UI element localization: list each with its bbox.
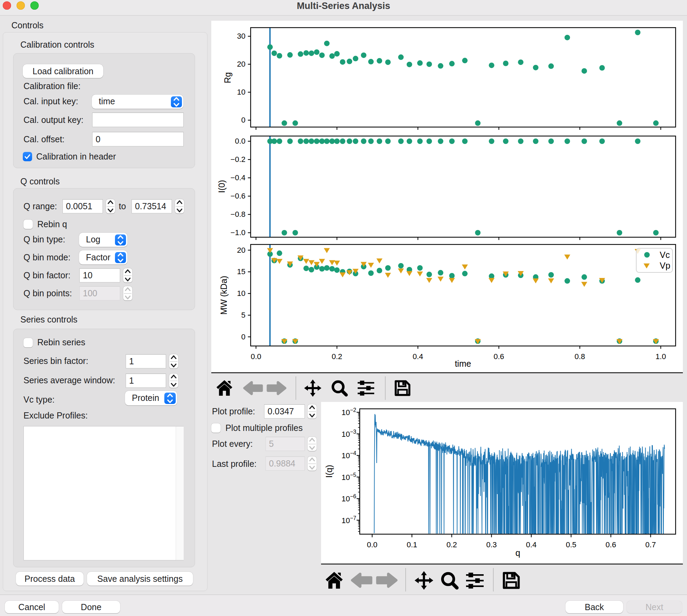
svg-text:30: 30: [237, 32, 245, 40]
svg-text:I(0): I(0): [217, 180, 226, 193]
svg-text:Vc: Vc: [660, 250, 670, 260]
svg-text:−0.8: −0.8: [231, 210, 245, 219]
svg-text:0.4: 0.4: [526, 540, 537, 549]
svg-text:−0.4: −0.4: [231, 173, 245, 182]
svg-text:I(q): I(q): [324, 465, 334, 478]
svg-text:0.6: 0.6: [494, 352, 504, 361]
svg-text:Rg: Rg: [223, 72, 232, 83]
svg-text:Vp: Vp: [660, 261, 670, 270]
svg-text:0.2: 0.2: [332, 352, 342, 361]
svg-text:20: 20: [237, 246, 245, 254]
svg-text:0.0: 0.0: [251, 352, 261, 361]
svg-text:−1.0: −1.0: [231, 228, 245, 237]
svg-text:15: 15: [237, 267, 245, 276]
svg-text:0.1: 0.1: [407, 540, 417, 549]
svg-text:0.0: 0.0: [367, 540, 378, 549]
svg-text:0.2: 0.2: [446, 540, 457, 549]
svg-text:0.3: 0.3: [486, 540, 497, 549]
svg-text:0.6: 0.6: [606, 540, 616, 549]
svg-text:−0.6: −0.6: [231, 192, 245, 200]
svg-text:q: q: [515, 548, 520, 558]
svg-text:0: 0: [241, 116, 245, 124]
svg-text:time: time: [455, 359, 471, 368]
svg-text:0: 0: [241, 333, 245, 341]
svg-text:0.0: 0.0: [235, 137, 245, 145]
svg-text:0.5: 0.5: [566, 540, 577, 549]
svg-text:5: 5: [241, 311, 245, 319]
svg-text:10: 10: [237, 88, 245, 96]
svg-text:20: 20: [237, 60, 245, 68]
svg-text:1.0: 1.0: [656, 352, 666, 361]
svg-text:0.7: 0.7: [645, 540, 656, 549]
svg-text:0.4: 0.4: [413, 352, 423, 361]
svg-text:0.8: 0.8: [574, 352, 585, 361]
svg-text:MW (kDa): MW (kDa): [219, 276, 229, 315]
svg-text:−0.2: −0.2: [231, 155, 245, 164]
svg-text:10: 10: [237, 289, 245, 298]
